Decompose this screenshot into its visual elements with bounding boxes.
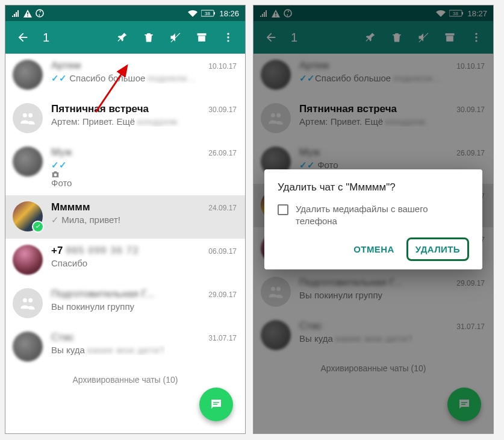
delete-button[interactable] (137, 25, 161, 49)
avatar[interactable] (13, 288, 43, 318)
chat-preview: Вы куда какие мои дети? (51, 345, 165, 355)
chat-preview: ✓✓ Фото (51, 160, 72, 188)
clock: 18:26 (219, 9, 239, 18)
chat-preview: ✓ Мила, привет! (51, 215, 120, 225)
svg-point-9 (54, 174, 57, 177)
dialog-overlay[interactable]: Удалить чат с "Ммммм"? Удалить медиафайл… (254, 5, 493, 433)
new-chat-fab[interactable] (199, 388, 233, 421)
chat-name: Стас (51, 332, 74, 344)
sent-tick-icon: ✓ (51, 215, 59, 225)
phone-left: 38 18:26 1 Арт (5, 5, 246, 434)
overflow-button[interactable] (216, 25, 240, 49)
chat-item[interactable]: Артем 10.10.17 ✓✓ Спасибо большое поднял… (5, 54, 245, 97)
chat-preview: Артем: Привет. Ещё кондром. (51, 116, 181, 127)
svg-point-8 (227, 40, 229, 42)
read-ticks-icon: ✓✓ (51, 73, 67, 83)
chat-name: Артем (51, 60, 81, 72)
checkbox-label: Удалить медиафайлы с вашего телефона (296, 203, 469, 227)
svg-text:38: 38 (205, 11, 211, 16)
selection-count: 1 (43, 31, 49, 45)
phone-right: 38 18:27 1 Артем10.10.17 ✓✓Спасибо больш… (253, 5, 494, 434)
avatar[interactable] (13, 146, 43, 177)
svg-rect-11 (213, 404, 217, 405)
back-button[interactable] (10, 25, 36, 50)
mute-button[interactable] (163, 25, 187, 49)
chat-list[interactable]: Артем 10.10.17 ✓✓ Спасибо большое поднял… (5, 54, 245, 433)
chat-date: 10.10.17 (208, 62, 237, 71)
chat-preview: ✓✓ Спасибо большое подняли... (51, 73, 196, 84)
chat-item[interactable]: Стас 31.07.17 Вы куда какие мои дети? (5, 325, 245, 369)
chat-item[interactable]: Муж 26.09.17 ✓✓ Фото (5, 140, 245, 195)
signal-icon (11, 10, 20, 17)
svg-rect-10 (213, 402, 219, 403)
chat-name: +7 985 099 36 72 (51, 245, 139, 257)
chat-name: Муж (51, 146, 72, 159)
read-ticks-icon: ✓✓ (51, 160, 67, 170)
chat-name: Пятничная встреча (51, 103, 149, 115)
chat-preview: Спасибо (51, 258, 87, 268)
avatar[interactable] (13, 332, 43, 362)
archived-chats-link[interactable]: Архивированные чаты (10) (5, 369, 245, 391)
dialog-actions: ОТМЕНА УДАЛИТЬ (278, 237, 469, 261)
checkbox-icon (278, 204, 288, 215)
archive-button[interactable] (190, 25, 214, 49)
avatar[interactable] (13, 201, 43, 231)
cancel-button[interactable]: ОТМЕНА (346, 239, 401, 259)
dialog-title: Удалить чат с "Ммммм"? (278, 181, 469, 193)
delete-chat-dialog: Удалить чат с "Ммммм"? Удалить медиафайл… (264, 169, 482, 269)
chat-date: 26.09.17 (208, 149, 237, 157)
chat-name: Ммммм (51, 201, 90, 213)
selection-toolbar: 1 (5, 21, 245, 54)
selected-check-icon (32, 221, 44, 233)
delete-media-checkbox[interactable]: Удалить медиафайлы с вашего телефона (278, 203, 469, 227)
camera-icon (51, 171, 72, 178)
svg-point-6 (227, 33, 229, 35)
warning-icon (23, 10, 32, 17)
chat-date: 24.09.17 (208, 204, 237, 212)
chat-name: Подготовительная Г... (51, 288, 154, 300)
avatar[interactable] (13, 60, 43, 90)
svg-rect-4 (214, 12, 215, 14)
sync-icon (36, 9, 44, 17)
status-bar: 38 18:26 (5, 5, 245, 21)
confirm-delete-button[interactable]: УДАЛИТЬ (406, 237, 469, 261)
battery-icon: 38 (201, 10, 216, 17)
svg-point-7 (227, 36, 229, 38)
chat-item[interactable]: Подготовительная Г... 29.09.17 Вы покину… (5, 282, 245, 325)
chat-preview: Вы покинули группу (51, 301, 134, 312)
chat-date: 29.09.17 (208, 291, 237, 299)
group-icon (19, 110, 36, 127)
pin-button[interactable] (110, 25, 134, 49)
chat-icon (209, 397, 223, 412)
chat-date: 06.09.17 (208, 247, 237, 256)
svg-rect-0 (27, 12, 28, 14)
avatar[interactable] (13, 245, 43, 275)
chat-date: 31.07.17 (208, 334, 237, 342)
avatar[interactable] (13, 103, 43, 133)
wifi-icon (188, 10, 198, 17)
chat-item[interactable]: +7 985 099 36 72 06.09.17 Спасибо (5, 239, 245, 282)
svg-rect-1 (27, 15, 28, 16)
chat-item[interactable]: Пятничная встреча 30.09.17 Артем: Привет… (5, 97, 245, 140)
chat-date: 30.09.17 (208, 105, 237, 114)
chat-item[interactable]: Ммммм 24.09.17 ✓ Мила, привет! (5, 195, 245, 239)
group-icon (19, 295, 36, 312)
